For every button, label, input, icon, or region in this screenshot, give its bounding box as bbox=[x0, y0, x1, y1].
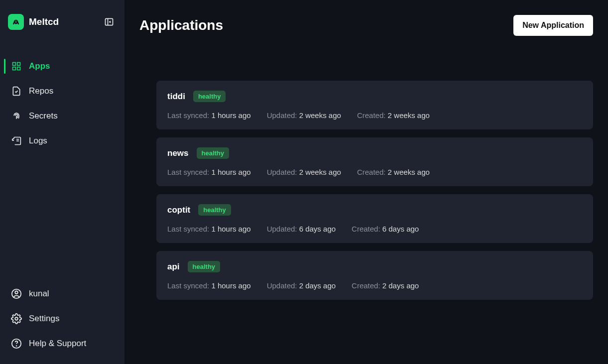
brand-name: Meltcd bbox=[29, 16, 59, 27]
meta-value: 2 days ago bbox=[382, 281, 419, 290]
application-meta: Last synced: 1 hours agoUpdated: 2 days … bbox=[167, 281, 582, 290]
status-badge: healthy bbox=[193, 91, 226, 102]
sidebar-item-repos[interactable]: Repos bbox=[0, 79, 124, 104]
sidebar-item-label: Apps bbox=[29, 61, 50, 71]
sidebar-item-settings[interactable]: Settings bbox=[0, 306, 124, 331]
meta-last_synced: Last synced: 1 hours ago bbox=[167, 225, 251, 233]
application-name: coptit bbox=[167, 205, 190, 215]
meta-updated: Updated: 2 weeks ago bbox=[267, 168, 341, 176]
meta-label: Created: bbox=[352, 281, 382, 290]
application-name: tiddi bbox=[167, 92, 185, 102]
file-check-icon bbox=[11, 86, 22, 97]
application-meta: Last synced: 1 hours agoUpdated: 2 weeks… bbox=[167, 168, 582, 176]
sidebar-item-secrets[interactable]: Secrets bbox=[0, 104, 124, 128]
application-meta: Last synced: 1 hours agoUpdated: 2 weeks… bbox=[167, 111, 582, 120]
meta-label: Last synced: bbox=[167, 111, 211, 120]
meta-label: Created: bbox=[357, 168, 388, 176]
meta-value: 1 hours ago bbox=[211, 111, 250, 120]
meta-created: Created: 2 weeks ago bbox=[357, 168, 430, 176]
main-content: Applications New Application tiddihealth… bbox=[124, 0, 608, 364]
sidebar-item-label: Help & Support bbox=[29, 339, 86, 349]
meta-value: 2 days ago bbox=[299, 281, 336, 290]
meta-value: 2 weeks ago bbox=[388, 111, 430, 120]
sidebar-footer: kunal Settings Help & Support bbox=[0, 281, 124, 364]
svg-point-13 bbox=[16, 346, 17, 346]
sidebar-item-label: Repos bbox=[29, 86, 53, 96]
scroll-icon bbox=[11, 135, 22, 146]
svg-point-10 bbox=[15, 291, 18, 294]
meta-last_synced: Last synced: 1 hours ago bbox=[167, 111, 251, 120]
sidebar-item-label: Logs bbox=[29, 136, 47, 146]
status-badge: healthy bbox=[188, 261, 221, 272]
application-card-header: tiddihealthy bbox=[167, 91, 582, 102]
svg-rect-4 bbox=[17, 63, 20, 66]
status-badge: healthy bbox=[197, 147, 230, 159]
brand[interactable]: Meltcd bbox=[8, 14, 59, 30]
application-list: tiddihealthyLast synced: 1 hours agoUpda… bbox=[139, 81, 593, 300]
meta-value: 1 hours ago bbox=[211, 281, 250, 290]
status-badge: healthy bbox=[198, 204, 231, 216]
help-circle-icon bbox=[11, 338, 22, 349]
meta-updated: Updated: 2 days ago bbox=[267, 281, 336, 290]
sidebar: Meltcd Apps bbox=[0, 0, 124, 364]
meta-label: Last synced: bbox=[167, 168, 211, 176]
new-application-button[interactable]: New Application bbox=[513, 15, 593, 36]
meta-label: Updated: bbox=[267, 111, 299, 120]
sidebar-item-user[interactable]: kunal bbox=[0, 281, 124, 306]
application-name: news bbox=[167, 148, 189, 158]
meta-created: Created: 2 weeks ago bbox=[357, 111, 430, 120]
meta-value: 6 days ago bbox=[382, 225, 419, 233]
grid-icon bbox=[11, 61, 22, 72]
svg-rect-5 bbox=[13, 67, 16, 70]
application-card[interactable]: apihealthyLast synced: 1 hours agoUpdate… bbox=[156, 251, 593, 300]
meta-created: Created: 2 days ago bbox=[352, 281, 419, 290]
application-card[interactable]: tiddihealthyLast synced: 1 hours agoUpda… bbox=[156, 81, 593, 129]
sidebar-item-logs[interactable]: Logs bbox=[0, 128, 124, 153]
meta-label: Last synced: bbox=[167, 225, 211, 233]
meta-value: 2 weeks ago bbox=[388, 168, 430, 176]
sidebar-item-help[interactable]: Help & Support bbox=[0, 331, 124, 356]
meta-label: Created: bbox=[357, 111, 388, 120]
meta-updated: Updated: 6 days ago bbox=[267, 225, 336, 233]
svg-rect-3 bbox=[13, 63, 16, 66]
meta-value: 2 weeks ago bbox=[299, 111, 341, 120]
application-meta: Last synced: 1 hours agoUpdated: 6 days … bbox=[167, 225, 582, 233]
svg-rect-6 bbox=[17, 67, 20, 70]
meta-label: Created: bbox=[352, 225, 382, 233]
user-circle-icon bbox=[11, 288, 22, 299]
meta-last_synced: Last synced: 1 hours ago bbox=[167, 281, 251, 290]
application-card-header: apihealthy bbox=[167, 261, 582, 272]
meta-value: 1 hours ago bbox=[211, 225, 250, 233]
meta-created: Created: 6 days ago bbox=[352, 225, 419, 233]
main-header: Applications New Application bbox=[139, 15, 593, 36]
application-card[interactable]: newshealthyLast synced: 1 hours agoUpdat… bbox=[156, 137, 593, 186]
meta-updated: Updated: 2 weeks ago bbox=[267, 111, 341, 120]
sidebar-header: Meltcd bbox=[0, 0, 124, 44]
meta-value: 6 days ago bbox=[299, 225, 336, 233]
meta-label: Last synced: bbox=[167, 281, 211, 290]
gear-icon bbox=[11, 313, 22, 324]
meta-label: Updated: bbox=[267, 225, 299, 233]
brand-logo-icon bbox=[8, 14, 24, 30]
application-card-header: newshealthy bbox=[167, 147, 582, 159]
meta-value: 2 weeks ago bbox=[299, 168, 341, 176]
page-title: Applications bbox=[139, 17, 223, 33]
sidebar-item-label: Settings bbox=[29, 314, 59, 324]
sidebar-item-apps[interactable]: Apps bbox=[0, 54, 124, 79]
meta-label: Updated: bbox=[267, 281, 299, 290]
application-name: api bbox=[167, 262, 180, 272]
meta-last_synced: Last synced: 1 hours ago bbox=[167, 168, 251, 176]
application-card[interactable]: coptithealthyLast synced: 1 hours agoUpd… bbox=[156, 194, 593, 243]
meta-value: 1 hours ago bbox=[211, 168, 250, 176]
sidebar-nav: Apps Repos Secrets bbox=[0, 44, 124, 153]
fingerprint-icon bbox=[11, 111, 22, 121]
meta-label: Updated: bbox=[267, 168, 299, 176]
sidebar-item-label: Secrets bbox=[29, 111, 58, 121]
sidebar-collapse-button[interactable] bbox=[104, 16, 115, 27]
application-card-header: coptithealthy bbox=[167, 204, 582, 216]
svg-point-11 bbox=[15, 317, 18, 320]
sidebar-item-label: kunal bbox=[29, 289, 49, 299]
